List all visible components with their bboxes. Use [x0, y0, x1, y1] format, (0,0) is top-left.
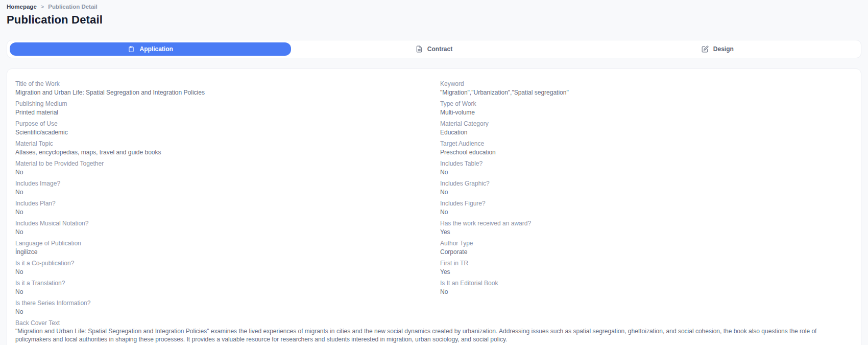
field-value: No: [440, 168, 853, 177]
field-material-provided-together: Material to be Provided Together No: [15, 159, 428, 177]
field-value: Atlases, encyclopedias, maps, travel and…: [15, 148, 428, 157]
breadcrumb-homepage-link[interactable]: Homepage: [7, 4, 37, 10]
edit-icon: [702, 45, 709, 53]
field-co-publication: Is it a Co-publication? No: [15, 259, 428, 277]
field-value: Migration and Urban Life: Spatial Segreg…: [15, 88, 428, 97]
field-language-of-publication: Language of Publication İngilizce: [15, 239, 428, 257]
field-label: Title of the Work: [15, 80, 428, 88]
field-includes-image: Includes Image? No: [15, 179, 428, 197]
clipboard-icon: [128, 45, 135, 53]
detail-grid: Title of the Work Migration and Urban Li…: [15, 80, 853, 345]
field-label: Includes Figure?: [440, 199, 853, 208]
field-label: Has the work received an award?: [440, 219, 853, 228]
field-label: Includes Musical Notation?: [15, 219, 428, 228]
field-translation: Is it a Translation? No: [15, 279, 428, 296]
publication-detail-page: Homepage > Publication Detail Publicatio…: [0, 0, 868, 345]
field-label: Includes Table?: [440, 159, 853, 168]
field-value: Multi-volume: [440, 108, 853, 117]
field-keyword: Keyword "Migration","Urbanization","Spat…: [440, 80, 853, 97]
field-includes-plan: Includes Plan? No: [15, 199, 428, 217]
field-value: No: [440, 188, 853, 197]
field-value: "Migration","Urbanization","Spatial segr…: [440, 88, 853, 97]
field-label: Material to be Provided Together: [15, 159, 428, 168]
field-value: No: [15, 308, 428, 316]
field-value: No: [15, 168, 428, 177]
field-label: Is It an Editorial Book: [440, 279, 853, 288]
field-value: No: [15, 268, 428, 277]
field-value: İngilizce: [15, 248, 428, 257]
tab-application[interactable]: Application: [10, 42, 291, 56]
tab-label: Design: [713, 45, 734, 53]
field-label: Author Type: [440, 239, 853, 248]
field-label: Purpose of Use: [15, 120, 428, 128]
field-label: First in TR: [440, 259, 853, 268]
field-material-topic: Material Topic Atlases, encyclopedias, m…: [15, 140, 428, 157]
field-value: Yes: [440, 268, 853, 277]
field-series-information: Is there Series Information? No: [15, 299, 428, 316]
field-label: Includes Image?: [15, 179, 428, 188]
breadcrumb: Homepage > Publication Detail: [7, 4, 861, 10]
field-label: Back Cover Text: [15, 319, 853, 328]
field-back-cover-text: Back Cover Text "Migration and Urban Lif…: [15, 319, 853, 343]
field-label: Language of Publication: [15, 239, 428, 248]
field-includes-musical-notation: Includes Musical Notation? No: [15, 219, 428, 237]
field-type-of-work: Type of Work Multi-volume: [440, 100, 853, 117]
page-title: Publication Detail: [7, 13, 861, 27]
chevron-right-icon: >: [41, 4, 44, 10]
tab-label: Application: [139, 45, 173, 53]
field-purpose-of-use: Purpose of Use Scientific/academic: [15, 120, 428, 137]
field-value: Education: [440, 128, 853, 137]
publication-detail-panel: Title of the Work Migration and Urban Li…: [7, 68, 861, 345]
field-title-of-the-work: Title of the Work Migration and Urban Li…: [15, 80, 428, 97]
field-value: Printed material: [15, 108, 428, 117]
field-value: "Migration and Urban Life: Spatial Segre…: [15, 328, 853, 343]
field-material-category: Material Category Education: [440, 120, 853, 137]
field-label: Includes Plan?: [15, 199, 428, 208]
field-value: No: [440, 208, 853, 217]
field-label: Target Audience: [440, 140, 853, 148]
field-value: No: [15, 288, 428, 296]
tab-contract[interactable]: Contract: [293, 42, 574, 56]
field-value: Scientific/academic: [15, 128, 428, 137]
breadcrumb-current: Publication Detail: [48, 4, 98, 10]
tab-design[interactable]: Design: [577, 42, 858, 56]
field-first-in-tr: First in TR Yes: [440, 259, 853, 277]
field-author-type: Author Type Corporate: [440, 239, 853, 257]
field-label: Keyword: [440, 80, 853, 88]
field-publishing-medium: Publishing Medium Printed material: [15, 100, 428, 117]
tab-bar: Application Contract Design: [7, 40, 861, 58]
field-includes-table: Includes Table? No: [440, 159, 853, 177]
field-value: No: [440, 288, 853, 296]
field-received-award: Has the work received an award? Yes: [440, 219, 853, 237]
document-icon: [416, 45, 423, 53]
field-label: Material Topic: [15, 140, 428, 148]
field-label: Is it a Co-publication?: [15, 259, 428, 268]
field-value: No: [15, 208, 428, 217]
field-value: Preschool education: [440, 148, 853, 157]
field-label: Includes Graphic?: [440, 179, 853, 188]
tab-label: Contract: [427, 45, 452, 53]
field-includes-graphic: Includes Graphic? No: [440, 179, 853, 197]
field-value: No: [15, 188, 428, 197]
field-value: Corporate: [440, 248, 853, 257]
field-target-audience: Target Audience Preschool education: [440, 140, 853, 157]
field-label: Type of Work: [440, 100, 853, 108]
field-value: No: [15, 228, 428, 237]
field-value: Yes: [440, 228, 853, 237]
field-label: Material Category: [440, 120, 853, 128]
field-includes-figure: Includes Figure? No: [440, 199, 853, 217]
field-label: Is it a Translation?: [15, 279, 428, 288]
field-label: Publishing Medium: [15, 100, 428, 108]
field-empty-cell: [440, 299, 853, 316]
field-label: Is there Series Information?: [15, 299, 428, 308]
field-editorial-book: Is It an Editorial Book No: [440, 279, 853, 296]
